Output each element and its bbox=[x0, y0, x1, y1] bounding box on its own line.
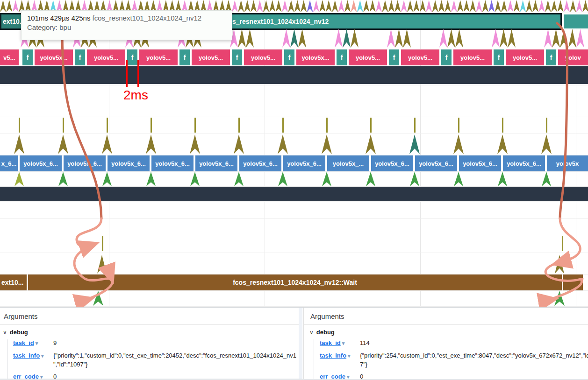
argument-key[interactable]: err_code▾ bbox=[13, 372, 53, 380]
instant-event-arrow[interactable] bbox=[564, 0, 570, 12]
chevron-down-icon[interactable]: ∨ bbox=[309, 329, 314, 336]
slice-f-marker[interactable]: f bbox=[179, 49, 190, 65]
instant-event-arrow[interactable] bbox=[351, 29, 359, 48]
instant-event-arrow[interactable] bbox=[288, 0, 294, 12]
slice-yolov5x-672[interactable]: yolov5x_6... bbox=[20, 155, 62, 171]
instant-event-arrow[interactable] bbox=[366, 134, 376, 154]
instant-event-arrow[interactable] bbox=[0, 0, 6, 12]
instant-event-arrow[interactable] bbox=[388, 0, 394, 12]
instant-event-arrow[interactable] bbox=[426, 0, 432, 12]
slice-f-marker[interactable]: f bbox=[22, 49, 33, 65]
slice-yolov5x-672[interactable]: yolov5x bbox=[547, 155, 588, 171]
instant-event-arrow[interactable] bbox=[278, 134, 288, 154]
slice-fcos-wait[interactable]: fcos_resnext101_1024x1024_nv12::Wait bbox=[28, 274, 562, 290]
instant-event-arrow[interactable] bbox=[532, 0, 538, 12]
slice-fcos-wait[interactable]: ext10... bbox=[0, 274, 27, 290]
slice-yolov5x-672[interactable]: yolov5x_6... bbox=[195, 155, 237, 171]
instant-event-arrow[interactable] bbox=[407, 0, 413, 12]
instant-event-arrow[interactable] bbox=[146, 172, 156, 186]
instant-event-arrow[interactable] bbox=[560, 29, 568, 48]
scrollbar[interactable] bbox=[299, 308, 302, 379]
instant-event-arrow[interactable] bbox=[351, 0, 357, 12]
instant-event-arrow[interactable] bbox=[447, 29, 455, 48]
argument-key[interactable]: task_id▾ bbox=[13, 338, 53, 348]
instant-event-arrow[interactable] bbox=[497, 134, 508, 154]
slice-yolov5x-672[interactable]: yolov5x_6... bbox=[239, 155, 281, 171]
slice-yolov5x[interactable]: yolov5... bbox=[349, 49, 387, 65]
instant-event-arrow[interactable] bbox=[501, 0, 507, 12]
instant-event-arrow[interactable] bbox=[544, 29, 552, 48]
instant-event-arrow[interactable] bbox=[58, 172, 68, 186]
instant-event-arrow[interactable] bbox=[453, 134, 464, 154]
argument-key[interactable]: err_code▾ bbox=[320, 372, 360, 380]
slice-f-marker[interactable]: f bbox=[284, 49, 294, 65]
instant-event-arrow[interactable] bbox=[476, 0, 482, 12]
argument-key[interactable]: task_id▾ bbox=[320, 338, 360, 348]
slice-yolov5x-672[interactable]: x_6... bbox=[0, 155, 18, 171]
slice-yolov5x-672[interactable]: yolov5x_6... bbox=[108, 155, 150, 171]
slice-yolov5x[interactable]: yolov5... bbox=[401, 49, 439, 65]
instant-event-arrow[interactable] bbox=[322, 134, 332, 154]
instant-event-arrow[interactable] bbox=[470, 0, 476, 12]
caret-down-icon[interactable]: ▾ bbox=[36, 340, 38, 346]
instant-event-arrow[interactable] bbox=[558, 0, 564, 12]
slice-yolov5x[interactable]: v5... bbox=[0, 49, 19, 65]
instant-event-arrow[interactable] bbox=[276, 0, 282, 12]
instant-event-arrow[interactable] bbox=[298, 29, 306, 48]
instant-event-arrow[interactable] bbox=[576, 29, 584, 48]
instant-event-arrow[interactable] bbox=[313, 0, 319, 12]
argument-key-link[interactable]: task_info bbox=[320, 352, 346, 359]
instant-event-arrow[interactable] bbox=[514, 0, 520, 12]
instant-event-arrow[interactable] bbox=[282, 29, 290, 48]
instant-event-arrow[interactable] bbox=[257, 0, 263, 12]
collapsed-track-bar[interactable] bbox=[0, 187, 588, 201]
slice-yolov5x[interactable]: yolov5... bbox=[506, 49, 544, 65]
instant-event-arrow[interactable] bbox=[500, 29, 508, 48]
instant-event-arrow[interactable] bbox=[6, 0, 12, 12]
instant-event-arrow[interactable] bbox=[344, 0, 351, 12]
instant-event-arrow[interactable] bbox=[526, 0, 532, 12]
instant-event-arrow[interactable] bbox=[290, 29, 298, 48]
instant-event-arrow[interactable] bbox=[554, 291, 565, 306]
slice-yolov5x[interactable]: yolov5... bbox=[139, 49, 178, 65]
instant-event-arrow[interactable] bbox=[370, 0, 376, 12]
caret-down-icon[interactable]: ▾ bbox=[342, 340, 345, 346]
timeline[interactable]: 101ms 429µs 425ns fcos_resnext101_1024x1… bbox=[0, 0, 588, 307]
slice-fcos-resnext[interactable] bbox=[564, 14, 588, 28]
instant-event-arrow[interactable] bbox=[357, 0, 363, 12]
slice-yolov5x[interactable]: yolov5... bbox=[192, 49, 230, 65]
instant-event-arrow[interactable] bbox=[93, 291, 103, 306]
slice-f-marker[interactable]: f bbox=[441, 49, 452, 65]
slice-f-marker[interactable]: f bbox=[75, 49, 85, 65]
instant-event-arrow[interactable] bbox=[301, 0, 307, 12]
argument-key-link[interactable]: task_id bbox=[320, 339, 341, 346]
argument-key-link[interactable]: task_id bbox=[13, 339, 34, 346]
instant-event-arrow[interactable] bbox=[102, 172, 112, 186]
slice-f-marker[interactable]: f bbox=[232, 49, 242, 65]
instant-event-arrow[interactable] bbox=[394, 0, 401, 12]
instant-event-arrow[interactable] bbox=[97, 255, 107, 274]
slice-yolov5x[interactable]: yolov5... bbox=[244, 49, 282, 65]
instant-event-arrow[interactable] bbox=[545, 0, 551, 12]
instant-event-arrow[interactable] bbox=[14, 172, 24, 186]
slice-f-marker[interactable]: f bbox=[337, 49, 347, 65]
slice-yolov5x-672[interactable]: yolov5x_6... bbox=[503, 155, 545, 171]
instant-event-arrow[interactable] bbox=[387, 29, 395, 48]
instant-event-arrow[interactable] bbox=[238, 0, 244, 12]
instant-event-arrow[interactable] bbox=[568, 29, 576, 48]
slice-f-marker[interactable]: f bbox=[127, 49, 137, 65]
instant-event-arrow[interactable] bbox=[102, 134, 112, 154]
slice-yolov5x-672[interactable]: yolov5x_6... bbox=[283, 155, 325, 171]
instant-event-arrow[interactable] bbox=[238, 29, 246, 48]
args-group-debug[interactable]: ∨ debug bbox=[304, 325, 588, 338]
instant-event-arrow[interactable] bbox=[234, 134, 244, 154]
slice-yolov5x-672[interactable]: yolov5x_6... bbox=[415, 155, 457, 171]
instant-event-arrow[interactable] bbox=[552, 29, 560, 48]
args-group-debug[interactable]: ∨ debug bbox=[0, 325, 302, 338]
slice-yolov5x-672[interactable]: yolov5x_6... bbox=[459, 155, 501, 171]
instant-event-arrow[interactable] bbox=[332, 0, 338, 12]
instant-event-arrow[interactable] bbox=[395, 29, 403, 48]
instant-event-arrow[interactable] bbox=[322, 172, 331, 186]
instant-event-arrow[interactable] bbox=[413, 0, 419, 12]
slice-yolov5x[interactable]: yolov5x... bbox=[35, 49, 73, 65]
